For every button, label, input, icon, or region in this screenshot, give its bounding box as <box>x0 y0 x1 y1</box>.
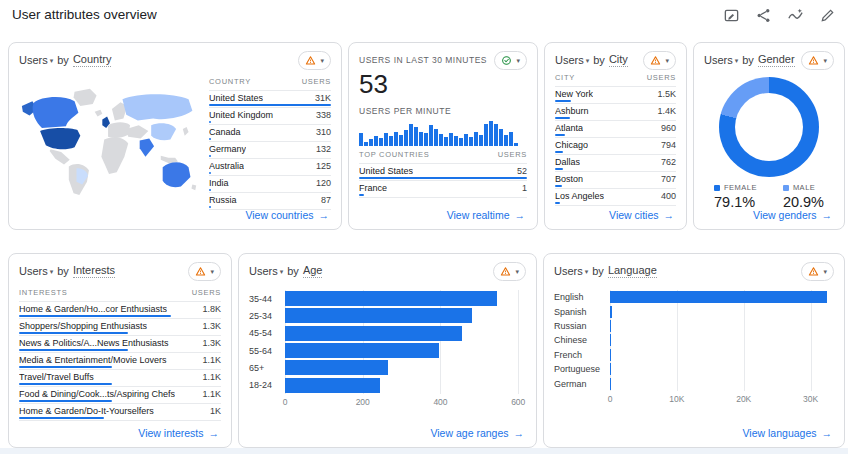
row-label: Travel/Travel Buffs <box>19 372 94 382</box>
map-mexico <box>50 149 70 164</box>
data-quality-badge[interactable]: ▾ <box>188 262 221 281</box>
world-map[interactable] <box>19 73 201 210</box>
row-bar <box>19 315 171 317</box>
metric-selector[interactable]: Users▾ <box>19 265 53 277</box>
table-row: Canada310 <box>209 125 331 142</box>
map-china <box>151 123 176 140</box>
chevron-down-icon: ▾ <box>280 268 284 275</box>
spark-bar <box>474 132 478 146</box>
axis-tick-label: 30K <box>803 394 818 404</box>
spark-bar <box>509 132 513 146</box>
row-value: 1.8K <box>202 304 221 314</box>
card-users-by-interests: Users▾ by Interests ▾ INTERESTSUSERS Hom… <box>8 253 232 448</box>
row-label: Chicago <box>555 140 588 150</box>
dimension-selector[interactable]: Gender <box>758 53 795 67</box>
row-value: 1.1K <box>202 372 221 382</box>
insights-icon[interactable] <box>787 7 804 24</box>
chevron-down-icon: ▾ <box>823 268 827 275</box>
row-bar <box>555 151 563 153</box>
table-row: France1 <box>359 181 527 198</box>
data-quality-badge[interactable]: ▾ <box>801 262 834 281</box>
card-title: Users▾ by Interests <box>19 264 115 278</box>
row-value: 310 <box>316 127 331 137</box>
row-label: Canada <box>209 127 241 137</box>
row-bar <box>209 206 211 208</box>
arrow-right-icon: → <box>822 209 833 221</box>
view-languages-link[interactable]: View languages→ <box>743 427 832 439</box>
metric-selector[interactable]: Users▾ <box>555 54 589 66</box>
spark-bar <box>464 134 468 146</box>
row-value: 707 <box>661 174 676 184</box>
bar <box>610 306 612 318</box>
view-interests-link[interactable]: View interests→ <box>138 427 219 439</box>
row-bar <box>209 189 211 191</box>
row-bar <box>209 104 331 106</box>
metric-selector[interactable]: Users▾ <box>554 265 588 277</box>
spark-bar <box>424 133 428 145</box>
metric-selector[interactable]: Users▾ <box>19 54 53 66</box>
row-bar <box>19 417 104 419</box>
row-bar <box>209 172 211 174</box>
dimension-selector[interactable]: City <box>609 53 628 67</box>
view-countries-link[interactable]: View countries→ <box>245 209 329 221</box>
bar <box>610 334 611 346</box>
table-row: Media & Entertainment/Movie Lovers1.1K <box>19 353 221 370</box>
customize-report-icon[interactable] <box>723 7 740 24</box>
metric-selector[interactable]: Users▾ <box>704 54 738 66</box>
view-genders-link[interactable]: View genders→ <box>753 209 832 221</box>
row-value: 1.1K <box>202 355 221 365</box>
map-india <box>140 139 154 157</box>
row-value: 1.4K <box>657 106 676 116</box>
view-realtime-link[interactable]: View realtime→ <box>447 209 525 221</box>
row-value: 125 <box>316 161 331 171</box>
spark-bar <box>394 132 398 146</box>
arrow-right-icon: → <box>209 427 220 439</box>
row-value: 1.1K <box>202 389 221 399</box>
female-percentage: 79.1% <box>714 194 757 210</box>
row-label: Shoppers/Shopping Enthusiasts <box>19 321 147 331</box>
view-cities-link[interactable]: View cities→ <box>609 209 674 221</box>
dimension-selector[interactable]: Age <box>303 264 323 278</box>
card-title: Users▾ by Gender <box>704 53 795 67</box>
dimension-selector[interactable]: Country <box>73 53 112 67</box>
view-age-ranges-link[interactable]: View age ranges→ <box>430 427 524 439</box>
table-header: COUNTRYUSERS <box>209 73 331 91</box>
table-row: Australia125 <box>209 159 331 176</box>
data-quality-badge[interactable]: ▾ <box>298 51 331 70</box>
row-label: Australia <box>209 161 244 171</box>
card-title: Users▾ by City <box>555 53 628 67</box>
bar <box>285 308 472 323</box>
table-row: New York1.5K <box>555 87 676 104</box>
card-users-by-country: Users▾ by Country ▾ <box>8 42 342 230</box>
row-bar <box>359 177 527 179</box>
warning-icon <box>195 266 206 277</box>
data-quality-badge[interactable]: ▾ <box>643 51 676 70</box>
map-iceland <box>95 110 103 117</box>
male-percentage: 20.9% <box>783 194 824 210</box>
row-label: Home & Garden/Do-It-Yourselfers <box>19 406 154 416</box>
dimension-selector[interactable]: Interests <box>73 264 115 278</box>
metric-selector[interactable]: Users▾ <box>249 265 283 277</box>
realtime-status-badge[interactable]: ▾ <box>494 51 527 70</box>
bar <box>610 363 611 375</box>
spark-bar <box>459 138 463 146</box>
bar <box>610 291 827 303</box>
chevron-down-icon: ▾ <box>516 57 520 64</box>
axis-tick-label: 400 <box>433 397 447 407</box>
share-icon[interactable] <box>755 7 772 24</box>
spark-bar <box>499 129 503 145</box>
spark-bar <box>369 139 373 146</box>
dimension-selector[interactable]: Language <box>608 264 657 278</box>
row-label: Atlanta <box>555 123 583 133</box>
spark-bar <box>439 134 443 145</box>
data-quality-badge[interactable]: ▾ <box>801 51 834 70</box>
edit-icon[interactable] <box>819 7 836 24</box>
arrow-right-icon: → <box>664 209 675 221</box>
gender-donut-chart <box>719 77 819 177</box>
card-title: Users▾ by Country <box>19 53 111 67</box>
legend-item-female: FEMALE 79.1% <box>714 183 757 210</box>
data-quality-badge[interactable]: ▾ <box>493 262 526 281</box>
row-label: Los Angeles <box>555 191 604 201</box>
category-label: 18-24 <box>249 377 285 394</box>
map-australia <box>163 162 191 187</box>
